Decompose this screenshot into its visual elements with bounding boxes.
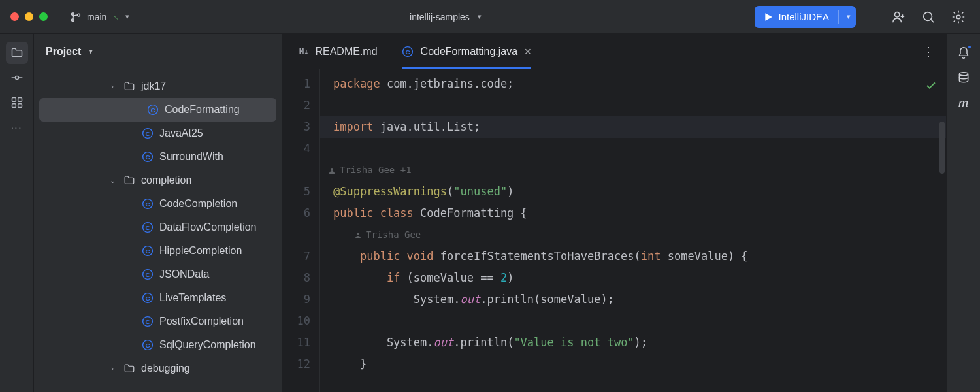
tree-node-jsondata[interactable]: CJSONData <box>34 263 282 286</box>
folder-icon <box>123 80 136 93</box>
tree-node-dataflowcompletion[interactable]: CDataFlowCompletion <box>34 216 282 239</box>
editor-tab[interactable]: CCodeFormatting.java✕ <box>389 34 544 69</box>
more-tools-button[interactable]: ··· <box>6 116 28 139</box>
tree-node-livetemplates[interactable]: CLiveTemplates <box>34 286 282 310</box>
code-line[interactable]: if (someValue == 2) <box>333 267 946 289</box>
project-selector[interactable]: intellij-samples ▾ <box>403 8 488 26</box>
project-panel-header[interactable]: Project ▾ <box>34 34 282 69</box>
left-tool-rail: ··· <box>0 34 34 392</box>
code-line[interactable]: package com.jetbrains.code; <box>333 73 946 95</box>
author-inlay-hint[interactable]: Trisha Gee <box>354 224 946 246</box>
search-icon <box>921 10 936 24</box>
vcs-branch-selector[interactable]: main ↑ ▾ <box>63 7 136 27</box>
minimize-window-button[interactable] <box>25 12 33 21</box>
svg-text:C: C <box>145 201 150 208</box>
gutter-line: 4 <box>282 138 310 159</box>
tree-node-codeformatting[interactable]: CCodeFormatting <box>39 98 276 122</box>
code-line[interactable] <box>333 95 946 116</box>
gutter: 123456789101112 <box>282 69 320 392</box>
folder-icon <box>10 46 24 59</box>
tree-node-debugging[interactable]: ›debugging <box>34 357 282 380</box>
code-line[interactable]: @SuppressWarnings("unused") <box>333 181 946 203</box>
titlebar: main ↑ ▾ intellij-samples ▾ IntelliJIDEA… <box>0 0 980 34</box>
tree-node-codecompletion[interactable]: CCodeCompletion <box>34 192 282 216</box>
run-configuration-button[interactable]: IntelliJIDEA ▾ <box>755 6 856 28</box>
search-everywhere-button[interactable] <box>917 6 939 28</box>
tree-node-label: JavaAt25 <box>159 127 203 139</box>
notifications-button[interactable] <box>953 42 975 64</box>
outgoing-commits-icon: ↑ <box>110 11 121 22</box>
tree-node-completion[interactable]: ⌄completion <box>34 169 282 192</box>
code-area[interactable]: package com.jetbrains.code; import java.… <box>320 69 946 392</box>
svg-text:C: C <box>145 130 150 137</box>
svg-point-2 <box>78 14 80 16</box>
editor-main: M↓README.mdCCodeFormatting.java✕ ⋮ 12345… <box>282 34 946 392</box>
tree-node-label: CodeCompletion <box>159 198 237 210</box>
gutter-line: 10 <box>282 310 310 332</box>
project-name: intellij-samples <box>410 12 470 22</box>
java-class-icon: C <box>141 150 154 163</box>
project-tool-button[interactable] <box>6 42 28 64</box>
svg-point-35 <box>959 73 968 76</box>
gutter-line: 7 <box>282 246 310 267</box>
java-class-icon: C <box>141 197 154 210</box>
svg-text:C: C <box>145 224 150 231</box>
tree-node-label: PostfixCompletion <box>159 316 244 327</box>
svg-text:C: C <box>145 318 150 325</box>
gutter-line: 8 <box>282 267 310 289</box>
tree-node-javaat25[interactable]: CJavaAt25 <box>34 122 282 145</box>
database-tool-button[interactable] <box>953 67 975 89</box>
svg-text:C: C <box>150 106 155 114</box>
svg-point-4 <box>924 12 932 20</box>
svg-point-34 <box>357 233 359 235</box>
svg-point-1 <box>72 18 74 21</box>
java-class-icon: C <box>401 45 414 58</box>
code-with-me-button[interactable] <box>887 6 909 28</box>
chevron-right-icon[interactable]: › <box>107 365 118 372</box>
commit-tool-button[interactable] <box>6 67 28 89</box>
vertical-scrollbar[interactable] <box>939 122 945 174</box>
code-line[interactable] <box>333 310 946 332</box>
tree-node-surroundwith[interactable]: CSurroundWith <box>34 145 282 169</box>
inspection-status-icon[interactable] <box>925 77 937 99</box>
editor[interactable]: 123456789101112 package com.jetbrains.co… <box>282 69 946 392</box>
svg-point-0 <box>72 12 74 15</box>
structure-tool-button[interactable] <box>6 91 28 114</box>
project-panel: Project ▾ ›jdk17CCodeFormattingCJavaAt25… <box>34 34 282 392</box>
tab-label: README.md <box>315 46 377 57</box>
code-line[interactable]: System.out.println(someValue); <box>333 289 946 310</box>
gutter-line: 3 <box>282 116 310 138</box>
code-line[interactable] <box>333 138 946 159</box>
chevron-down-icon[interactable]: ⌄ <box>107 176 118 185</box>
project-panel-title: Project <box>46 46 81 57</box>
tree-node-label: DataFlowCompletion <box>159 221 257 233</box>
tree-node-label: SqlQueryCompletion <box>159 339 256 351</box>
tree-node-hippiecompletion[interactable]: CHippieCompletion <box>34 239 282 263</box>
maven-tool-button[interactable]: m <box>953 91 975 114</box>
code-line[interactable]: public void forceIfStatementsToHaveBrace… <box>333 246 946 267</box>
close-window-button[interactable] <box>10 12 19 21</box>
chevron-right-icon[interactable]: › <box>107 82 118 90</box>
tree-node-sqlquerycompletion[interactable]: CSqlQueryCompletion <box>34 333 282 357</box>
tree-node-jdk17[interactable]: ›jdk17 <box>34 74 282 98</box>
tree-node-postfixcompletion[interactable]: CPostfixCompletion <box>34 310 282 333</box>
java-class-icon: C <box>146 103 159 116</box>
project-tree[interactable]: ›jdk17CCodeFormattingCJavaAt25CSurroundW… <box>34 69 282 392</box>
code-line[interactable]: System.out.println("Value is not two"); <box>333 332 946 353</box>
folder-icon <box>123 174 136 187</box>
settings-button[interactable] <box>947 6 970 28</box>
git-branch-icon <box>70 11 82 23</box>
gear-icon <box>951 10 966 24</box>
code-line[interactable]: } <box>333 353 946 375</box>
java-class-icon: C <box>141 291 154 304</box>
editor-tab[interactable]: M↓README.md <box>287 34 389 69</box>
close-tab-button[interactable]: ✕ <box>524 46 532 57</box>
commit-icon <box>10 71 24 84</box>
notification-dot <box>967 44 972 50</box>
author-inlay-hint[interactable]: Trisha Gee +1 <box>328 159 946 181</box>
database-icon <box>957 71 970 84</box>
editor-tab-actions-button[interactable]: ⋮ <box>917 41 939 63</box>
code-line[interactable]: import java.util.List; <box>320 116 946 138</box>
maximize-window-button[interactable] <box>39 12 48 21</box>
code-line[interactable]: public class CodeFormatting { <box>333 203 946 224</box>
